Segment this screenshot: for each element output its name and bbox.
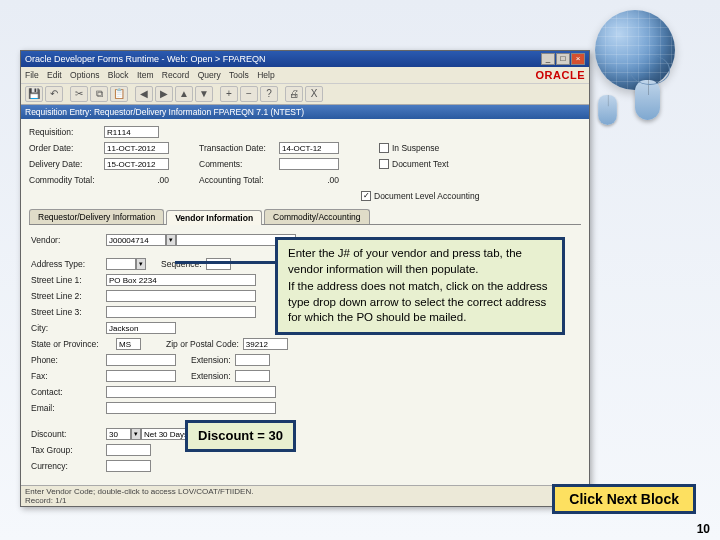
window-title: Oracle Developer Forms Runtime - Web: Op… — [25, 54, 266, 64]
doc-level-acct-checkbox[interactable]: ✓ — [361, 191, 371, 201]
globe-decoration — [580, 10, 690, 120]
address-type-dropdown-icon[interactable]: ▾ — [136, 258, 146, 270]
address-type-label: Address Type: — [31, 259, 106, 269]
city-field[interactable]: Jackson — [106, 322, 176, 334]
discount-dropdown-icon[interactable]: ▾ — [131, 428, 141, 440]
tax-group-label: Tax Group: — [31, 445, 106, 455]
menu-item[interactable]: Item — [137, 70, 154, 80]
menu-edit[interactable]: Edit — [47, 70, 62, 80]
requisition-label: Requisition: — [29, 127, 104, 137]
tool-save-icon[interactable]: 💾 — [25, 86, 43, 102]
email-field[interactable] — [106, 402, 276, 414]
callout-text-1: Enter the J# of your vendor and press ta… — [288, 246, 552, 277]
accounting-total-label: Accounting Total: — [199, 175, 279, 185]
vendor-id-field[interactable]: J00004714 — [106, 234, 166, 246]
transaction-date-label: Transaction Date: — [199, 143, 279, 153]
comments-field[interactable] — [279, 158, 339, 170]
street3-label: Street Line 3: — [31, 307, 106, 317]
tool-print-icon[interactable]: 🖨 — [285, 86, 303, 102]
callout-connector — [175, 261, 275, 264]
page-number: 10 — [697, 522, 710, 536]
ext1-field[interactable] — [235, 354, 270, 366]
contact-label: Contact: — [31, 387, 106, 397]
menubar: File Edit Options Block Item Record Quer… — [21, 67, 589, 84]
tab-commodity[interactable]: Commodity/Accounting — [264, 209, 369, 224]
sequence-field[interactable] — [206, 258, 231, 270]
menu-record[interactable]: Record — [162, 70, 189, 80]
status-record: Record: 1/1 — [25, 496, 585, 505]
contact-field[interactable] — [106, 386, 276, 398]
status-hint: Enter Vendor Code; double-click to acces… — [25, 487, 585, 496]
requisition-field[interactable]: R1114 — [104, 126, 159, 138]
state-field[interactable]: MS — [116, 338, 141, 350]
transaction-date-field[interactable]: 14-OCT-12 — [279, 142, 339, 154]
city-label: City: — [31, 323, 106, 333]
vendor-lookup-icon[interactable]: ▾ — [166, 234, 176, 246]
zip-label: Zip or Postal Code: — [166, 339, 239, 349]
street2-label: Street Line 2: — [31, 291, 106, 301]
tool-query-icon[interactable]: ? — [260, 86, 278, 102]
discount-callout: Discount = 30 — [185, 420, 296, 452]
menu-block[interactable]: Block — [108, 70, 129, 80]
fax-label: Fax: — [31, 371, 106, 381]
next-block-text: Click Next Block — [569, 491, 679, 507]
document-text-checkbox[interactable] — [379, 159, 389, 169]
instruction-callout: Enter the J# of your vendor and press ta… — [275, 237, 565, 335]
tool-down-icon[interactable]: ▼ — [195, 86, 213, 102]
phone-field[interactable] — [106, 354, 176, 366]
tool-exit-icon[interactable]: X — [305, 86, 323, 102]
discount-code-field[interactable]: 30 — [106, 428, 131, 440]
tool-up-icon[interactable]: ▲ — [175, 86, 193, 102]
menu-tools[interactable]: Tools — [229, 70, 249, 80]
street1-label: Street Line 1: — [31, 275, 106, 285]
menu-options[interactable]: Options — [70, 70, 99, 80]
in-suspense-label: In Suspense — [392, 143, 439, 153]
toolbar: 💾 ↶ ✂ ⧉ 📋 ◀ ▶ ▲ ▼ + − ? 🖨 X — [21, 84, 589, 105]
tab-vendor[interactable]: Vendor Information — [166, 210, 262, 225]
statusbar: Enter Vendor Code; double-click to acces… — [21, 485, 589, 506]
titlebar: Oracle Developer Forms Runtime - Web: Op… — [21, 51, 589, 67]
tool-remove-icon[interactable]: − — [240, 86, 258, 102]
tool-cut-icon[interactable]: ✂ — [70, 86, 88, 102]
currency-label: Currency: — [31, 461, 106, 471]
tabs: Requestor/Delivery Information Vendor In… — [29, 209, 581, 225]
discount-label: Discount: — [31, 429, 106, 439]
email-label: Email: — [31, 403, 106, 413]
menu-query[interactable]: Query — [198, 70, 221, 80]
doc-level-acct-label: Document Level Accounting — [374, 191, 479, 201]
tool-paste-icon[interactable]: 📋 — [110, 86, 128, 102]
commodity-total-value: .00 — [104, 175, 169, 185]
menu-help[interactable]: Help — [257, 70, 274, 80]
currency-field[interactable] — [106, 460, 151, 472]
order-date-field[interactable]: 11-OCT-2012 — [104, 142, 169, 154]
ext2-label: Extension: — [191, 371, 231, 381]
street2-field[interactable] — [106, 290, 256, 302]
address-type-field[interactable] — [106, 258, 136, 270]
tool-copy-icon[interactable]: ⧉ — [90, 86, 108, 102]
click-next-block-callout: Click Next Block — [552, 484, 696, 514]
tool-rollback-icon[interactable]: ↶ — [45, 86, 63, 102]
maximize-button[interactable]: □ — [556, 53, 570, 65]
minimize-button[interactable]: _ — [541, 53, 555, 65]
order-date-label: Order Date: — [29, 143, 104, 153]
menu-file[interactable]: File — [25, 70, 39, 80]
tax-group-field[interactable] — [106, 444, 151, 456]
in-suspense-checkbox[interactable] — [379, 143, 389, 153]
fax-field[interactable] — [106, 370, 176, 382]
delivery-date-label: Delivery Date: — [29, 159, 104, 169]
ext2-field[interactable] — [235, 370, 270, 382]
phone-label: Phone: — [31, 355, 106, 365]
ext1-label: Extension: — [191, 355, 231, 365]
tool-insert-icon[interactable]: + — [220, 86, 238, 102]
accounting-total-value: .00 — [279, 175, 339, 185]
street3-field[interactable] — [106, 306, 256, 318]
document-text-label: Document Text — [392, 159, 449, 169]
oracle-logo: ORACLE — [536, 69, 585, 81]
zip-field[interactable]: 39212 — [243, 338, 288, 350]
delivery-date-field[interactable]: 15-OCT-2012 — [104, 158, 169, 170]
tool-next-icon[interactable]: ▶ — [155, 86, 173, 102]
tool-prev-icon[interactable]: ◀ — [135, 86, 153, 102]
tab-requestor[interactable]: Requestor/Delivery Information — [29, 209, 164, 224]
state-label: State or Province: — [31, 339, 116, 349]
street1-field[interactable]: PO Box 2234 — [106, 274, 256, 286]
